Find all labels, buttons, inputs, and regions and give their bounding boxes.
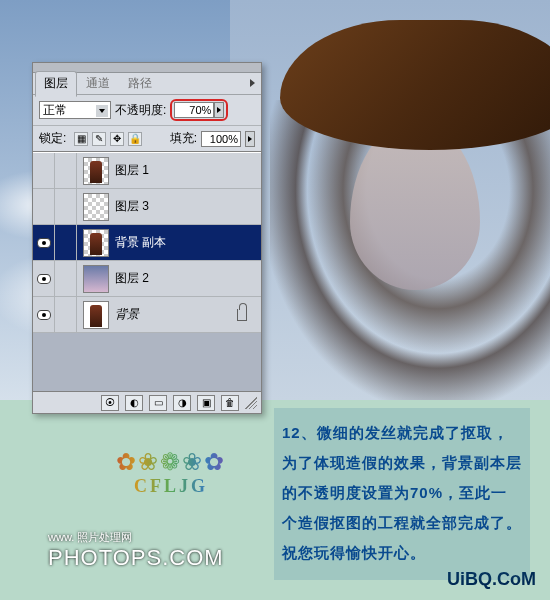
ornament-text: CFLJG: [102, 476, 240, 497]
layer-name: 背景 副本: [115, 234, 166, 251]
fill-flyout-icon[interactable]: [245, 131, 255, 147]
lock-fill-row: 锁定: ▦ ✎ ✥ 🔒 填充: 100%: [33, 126, 261, 152]
link-toggle[interactable]: [55, 189, 77, 224]
layer-thumbnail[interactable]: [83, 193, 109, 221]
layer-thumbnail[interactable]: [83, 157, 109, 185]
layer-row[interactable]: 背景: [33, 297, 261, 333]
visibility-toggle[interactable]: [33, 261, 55, 296]
folder-icon[interactable]: ▭: [149, 395, 167, 411]
portrait-hat: [280, 20, 550, 150]
blend-mode-value: 正常: [43, 102, 67, 119]
layer-name: 图层 3: [115, 198, 149, 215]
lock-all-icon[interactable]: 🔒: [128, 132, 142, 146]
eye-icon: [37, 310, 51, 320]
adjustment-icon[interactable]: ◑: [173, 395, 191, 411]
visibility-toggle[interactable]: [33, 189, 55, 224]
portrait-image: [230, 0, 550, 400]
visibility-toggle[interactable]: [33, 297, 55, 332]
lock-transparency-icon[interactable]: ▦: [74, 132, 88, 146]
new-layer-icon[interactable]: ▣: [197, 395, 215, 411]
caption-text: 12、微细的发丝就完成了抠取，为了体现造假的效果，背景副本层的不透明度设置为70…: [274, 408, 530, 580]
panel-tabs: 图层 通道 路径: [33, 73, 261, 95]
opacity-flyout-icon[interactable]: [214, 102, 224, 118]
tab-paths[interactable]: 路径: [119, 71, 161, 97]
watermark-left-big: PHOTOPS.COM: [48, 544, 224, 573]
link-toggle[interactable]: [55, 261, 77, 296]
layer-row[interactable]: 图层 2: [33, 261, 261, 297]
blend-opacity-row: 正常 不透明度: 70%: [33, 95, 261, 126]
resize-grip-icon[interactable]: [245, 397, 257, 409]
layers-list: 图层 1 图层 3 背景 副本 图层 2 背景: [33, 152, 261, 391]
ornament-graphic: ✿❀❁❀✿: [102, 448, 240, 476]
tab-layers[interactable]: 图层: [35, 71, 77, 97]
fill-input[interactable]: 100%: [201, 131, 241, 147]
visibility-toggle[interactable]: [33, 225, 55, 260]
lock-icons: ▦ ✎ ✥ 🔒: [74, 132, 142, 146]
watermark-left-small: www. 照片处理网: [48, 530, 224, 544]
layer-name: 背景: [115, 306, 139, 323]
panel-menu-icon[interactable]: [250, 79, 255, 87]
layers-empty-area: [33, 333, 261, 391]
eye-icon: [37, 238, 51, 248]
opacity-input[interactable]: 70%: [174, 102, 214, 118]
opacity-highlight: 70%: [170, 99, 228, 121]
layer-thumbnail[interactable]: [83, 301, 109, 329]
link-toggle[interactable]: [55, 225, 77, 260]
mask-icon[interactable]: ◐: [125, 395, 143, 411]
lock-icon: [237, 309, 247, 321]
lock-label: 锁定:: [39, 130, 66, 147]
blend-mode-select[interactable]: 正常: [39, 101, 111, 119]
chevron-down-icon: [96, 105, 108, 117]
link-toggle[interactable]: [55, 297, 77, 332]
layer-thumbnail[interactable]: [83, 229, 109, 257]
eye-icon: [37, 274, 51, 284]
decorative-logo: ✿❀❁❀✿ CFLJG: [102, 448, 240, 497]
layer-row[interactable]: 图层 1: [33, 153, 261, 189]
lock-paint-icon[interactable]: ✎: [92, 132, 106, 146]
watermark-left: www. 照片处理网 PHOTOPS.COM: [48, 530, 224, 573]
link-toggle[interactable]: [55, 153, 77, 188]
panel-footer: ⦿ ◐ ▭ ◑ ▣ 🗑: [33, 391, 261, 413]
layer-row[interactable]: 图层 3: [33, 189, 261, 225]
trash-icon[interactable]: 🗑: [221, 395, 239, 411]
layers-panel: 图层 通道 路径 正常 不透明度: 70% 锁定: ▦ ✎ ✥ 🔒 填充: 10…: [32, 62, 262, 414]
fx-icon[interactable]: ⦿: [101, 395, 119, 411]
layer-row-selected[interactable]: 背景 副本: [33, 225, 261, 261]
opacity-label: 不透明度:: [115, 102, 166, 119]
tab-channels[interactable]: 通道: [77, 71, 119, 97]
fill-label: 填充:: [170, 130, 197, 147]
lock-position-icon[interactable]: ✥: [110, 132, 124, 146]
layer-name: 图层 1: [115, 162, 149, 179]
layer-thumbnail[interactable]: [83, 265, 109, 293]
layer-name: 图层 2: [115, 270, 149, 287]
visibility-toggle[interactable]: [33, 153, 55, 188]
